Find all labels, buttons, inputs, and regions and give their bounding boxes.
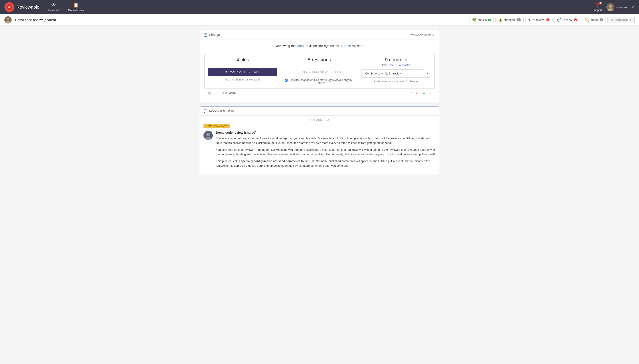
app-name: Reviewable — [17, 5, 39, 10]
nav-repositories-label: Repositories — [68, 9, 84, 12]
time-separator: 5 YEARS AGO — [200, 116, 439, 124]
to-review-chip[interactable]: 👁 to review 3 — [525, 17, 553, 23]
discussion-label: Review discussion — [209, 109, 234, 113]
file-matrix-stats: δ ~23 +43 -7 — [411, 91, 431, 95]
checks-status-dot — [488, 18, 491, 21]
revision-base-symbol: ⊥ — [340, 44, 343, 48]
app-logo[interactable]: 6 Reviewable — [5, 2, 39, 12]
to-label: to — [399, 64, 401, 67]
show-unreviewed-button[interactable]: ✦ SHOW UNREVIEWED DIFFS — [285, 68, 354, 76]
comment-paragraph-1: This is a simple pull request on a clone… — [216, 136, 436, 146]
mark-reviewed-button[interactable]: 👁 MARK AS REVIEWED — [208, 68, 277, 76]
nav-reviews-label: Reviews — [48, 8, 59, 12]
checks-label: checks — [478, 18, 487, 22]
comment-paragraph-3: This pull request is specially configure… — [216, 159, 436, 168]
master-branch-link[interactable]: master — [402, 64, 410, 67]
support-label: Support — [593, 9, 602, 12]
from-label: from — [382, 64, 387, 67]
nav-repositories[interactable]: 📋 Repositories — [68, 2, 84, 12]
svg-point-10 — [206, 133, 210, 136]
svg-text:6: 6 — [9, 5, 10, 9]
copy-icon: ⎘ — [396, 64, 397, 67]
svg-point-4 — [609, 5, 612, 8]
comment-author: Demo code review (shared) — [216, 131, 436, 134]
repo-ref: Reviewable/demo #1 — [409, 33, 436, 36]
revisions-number: 5 revisions — [285, 57, 354, 63]
top-navigation: 6 Reviewable 👁 Reviews 📋 Repositories ❓ … — [0, 0, 639, 14]
drafts-badge: 0 — [599, 18, 603, 21]
changes-panel-header: 🔄 Changes Reviewable/demo #1 — [200, 30, 439, 40]
to-reply-icon: 💬 — [557, 18, 561, 22]
stats-grid: 4 files 👁 MARK AS REVIEWED Mark all chan… — [204, 53, 435, 88]
delta-icon: δ — [411, 91, 412, 95]
support-badge: 4 — [599, 2, 602, 4]
commits-stat: 9 commits from work ⎘ to master Combine … — [358, 54, 434, 88]
to-review-badge: 3 — [546, 18, 550, 21]
changes-panel-body: Reviewing the latest revision (r5) again… — [200, 40, 439, 102]
discussion-header: 💬 Review discussion — [200, 107, 439, 116]
push-perms-label: Push permissions required to change. — [362, 80, 431, 83]
work-branch-link[interactable]: work — [389, 64, 394, 67]
logo-icon: 6 — [5, 2, 14, 12]
changes-header-label: Changes — [209, 33, 221, 36]
changes-header-icon: 🔄 — [203, 33, 207, 36]
combine-commits-button[interactable]: Combine commits for review — [362, 70, 424, 78]
pr-title: Demo code review (shared) — [15, 18, 466, 22]
svg-point-7 — [7, 18, 9, 20]
comment-content: Demo code review (shared) This is a simp… — [216, 131, 436, 170]
to-reply-badge: 2 — [574, 18, 577, 21]
file-matrix-name: File Matrix — [223, 91, 408, 95]
reviews-icon: 👁 — [52, 2, 56, 8]
header-actions: 💚 checks ⚠️ changes r5 👁 to review 3 💬 t… — [469, 17, 634, 23]
pr-avatar — [5, 16, 12, 24]
sub-header: Demo code review (shared) 💚 checks ⚠️ ch… — [0, 14, 639, 26]
export-icon[interactable]: ↗ — [631, 5, 634, 10]
repositories-icon: 📋 — [73, 2, 79, 8]
combine-commits-row: Combine commits for review ▾ — [362, 70, 431, 78]
changes-label: changes — [504, 18, 515, 22]
new-comments-badge: NEW COMMENTS — [203, 124, 230, 128]
drafts-chip[interactable]: ✏️ drafts 0 — [582, 17, 606, 23]
bold-text: specially configured to not send comment… — [241, 160, 314, 163]
nav-links: 👁 Reviews 📋 Repositories — [48, 2, 592, 12]
revision-latest[interactable]: latest — [297, 44, 305, 48]
user-menu[interactable]: sdaityari — [606, 3, 627, 11]
mark-reviewed-label: MARK AS REVIEWED — [230, 70, 261, 74]
from-to-row: from work ⎘ to master — [362, 64, 431, 67]
file-matrix-line — [214, 93, 220, 93]
discussion-icon: 💬 — [203, 109, 207, 113]
file-matrix-dot — [208, 92, 211, 95]
seven-stat: -7 — [428, 91, 431, 95]
changes-panel: 🔄 Changes Reviewable/demo #1 Reviewing t… — [200, 30, 439, 102]
include-changes-row: Include changes in files previously revi… — [285, 78, 354, 85]
publish-dropdown-icon: ▾ — [630, 18, 631, 22]
minus-stat: ~23 — [414, 91, 419, 95]
to-review-label: to review — [533, 18, 544, 22]
show-unreviewed-icon: ✦ — [298, 70, 300, 74]
main-content: 🔄 Changes Reviewable/demo #1 Reviewing t… — [195, 26, 444, 183]
discussion-panel: 💬 Review discussion 5 YEARS AGO NEW COMM… — [200, 106, 439, 174]
changes-icon: ⚠️ — [498, 18, 503, 22]
comment-block: Demo code review (shared) This is a simp… — [200, 131, 439, 174]
drafts-label: drafts — [590, 18, 598, 22]
publish-label: PUBLISH — [615, 18, 628, 22]
combine-commits-dropdown[interactable]: ▾ — [424, 70, 431, 78]
revision-after: revision. — [352, 44, 364, 48]
user-avatar — [606, 3, 614, 11]
checks-icon: 💚 — [472, 18, 476, 22]
publish-button[interactable]: ↺ PUBLISH ▾ — [607, 17, 634, 23]
changes-chip[interactable]: ⚠️ changes r5 — [495, 17, 524, 23]
nav-reviews[interactable]: 👁 Reviews — [48, 2, 59, 12]
files-stat: 4 files 👁 MARK AS REVIEWED Mark all chan… — [205, 54, 281, 88]
revision-base[interactable]: base — [344, 44, 351, 48]
nav-right: ❓ 4 Support sdaityari ↗ — [593, 2, 634, 12]
support-button[interactable]: ❓ 4 Support — [593, 2, 602, 12]
file-matrix-row[interactable]: File Matrix δ ~23 +43 -7 — [204, 88, 435, 97]
to-reply-chip[interactable]: 💬 to reply 2 — [554, 17, 580, 23]
to-review-icon: 👁 — [528, 18, 532, 22]
include-changes-checkbox[interactable] — [285, 79, 287, 82]
checks-chip[interactable]: 💚 checks — [469, 17, 493, 23]
plus-stat: +43 — [421, 91, 426, 95]
revisions-stat: 5 revisions ✦ SHOW UNREVIEWED DIFFS Incl… — [281, 54, 358, 88]
include-changes-label: Include changes in files previously revi… — [289, 78, 354, 85]
